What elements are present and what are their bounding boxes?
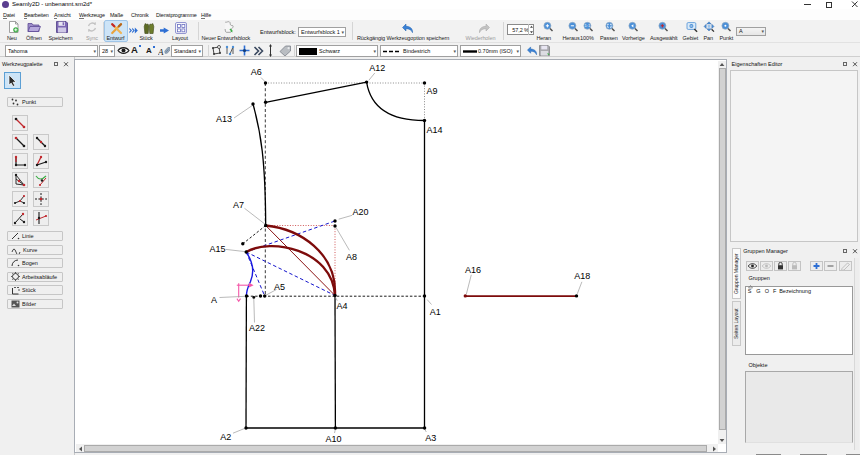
- svg-text:A5: A5: [274, 282, 285, 292]
- svg-text:A18: A18: [574, 271, 590, 281]
- svg-text:A3: A3: [425, 433, 436, 443]
- svg-text:A22: A22: [249, 323, 265, 333]
- svg-text:A6: A6: [251, 67, 262, 77]
- svg-text:A2: A2: [220, 432, 231, 442]
- svg-text:A1: A1: [430, 307, 441, 317]
- svg-text:A10: A10: [325, 434, 341, 443]
- svg-text:A: A: [211, 295, 217, 305]
- svg-text:A14: A14: [426, 125, 442, 135]
- svg-text:A: A: [158, 47, 164, 57]
- svg-text:A20: A20: [352, 207, 368, 217]
- svg-text:A4: A4: [337, 301, 348, 311]
- svg-text:A16: A16: [465, 265, 481, 275]
- svg-text:A13: A13: [216, 114, 232, 124]
- svg-text:1:1: 1:1: [585, 23, 591, 28]
- svg-text:A12: A12: [369, 63, 385, 73]
- svg-text:A15: A15: [210, 244, 226, 254]
- svg-text:A7: A7: [233, 200, 244, 210]
- svg-text:A8: A8: [346, 252, 357, 262]
- svg-text:A9: A9: [427, 86, 438, 96]
